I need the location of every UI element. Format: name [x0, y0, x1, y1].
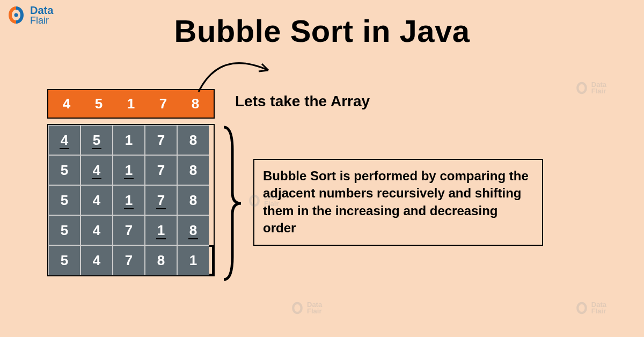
svg-point-0 — [14, 13, 18, 17]
step-cell: 7 — [113, 245, 145, 275]
step-cell: 4 — [48, 125, 80, 155]
step-cell: 5 — [48, 185, 80, 215]
array-cell: 5 — [90, 96, 107, 112]
step-cell: 7 — [145, 125, 177, 155]
step-row: 45178 — [48, 125, 214, 155]
step-cell: 1 — [113, 185, 145, 215]
logo-text-top: Data — [30, 5, 53, 16]
step-row: 54718 — [48, 215, 214, 245]
step-cell: 4 — [80, 155, 113, 185]
watermark: DataFlair — [574, 80, 606, 96]
step-cell: 8 — [177, 185, 209, 215]
step-row: 54781 — [48, 245, 214, 275]
step-cell: 4 — [80, 215, 113, 245]
array-cell: 4 — [58, 96, 75, 112]
array-cell: 7 — [155, 96, 172, 112]
watermark: DataFlair — [247, 193, 279, 208]
step-cell: 5 — [48, 155, 80, 185]
step-cell: 1 — [177, 245, 209, 275]
watermark: DataFlair — [290, 301, 322, 316]
step-cell: 8 — [177, 155, 209, 185]
step-cell: 8 — [145, 245, 177, 275]
step-row: 54178 — [48, 155, 214, 185]
logo-text-bottom: Flair — [30, 16, 53, 25]
step-cell: 1 — [113, 155, 145, 185]
step-cell: 5 — [48, 215, 80, 245]
dataflair-logo-icon — [5, 4, 27, 26]
step-cell: 8 — [177, 215, 209, 245]
step-cell: 5 — [80, 125, 113, 155]
brace-icon — [217, 123, 244, 284]
array-visualization: 45178 4517854178541785471854781 — [47, 89, 215, 276]
logo: Data Flair — [5, 4, 53, 26]
step-cell: 8 — [177, 125, 209, 155]
array-cell: 8 — [187, 96, 204, 112]
step-cell: 7 — [113, 215, 145, 245]
step-cell: 5 — [48, 245, 80, 275]
description-box: Bubble Sort is performed by comparing th… — [253, 159, 543, 246]
logo-text: Data Flair — [30, 5, 53, 25]
page-title: Bubble Sort in Java — [0, 0, 644, 49]
watermark: DataFlair — [574, 301, 606, 316]
step-cell: 7 — [145, 155, 177, 185]
step-cell: 7 — [145, 185, 177, 215]
step-cell: 1 — [113, 125, 145, 155]
step-cell: 4 — [80, 185, 113, 215]
array-cell: 1 — [122, 96, 140, 112]
step-cell: 4 — [80, 245, 113, 275]
sorting-steps-grid: 4517854178541785471854781 — [47, 124, 215, 276]
arrow-icon — [188, 43, 295, 97]
step-cell: 1 — [145, 215, 177, 245]
step-row: 54178 — [48, 185, 214, 215]
